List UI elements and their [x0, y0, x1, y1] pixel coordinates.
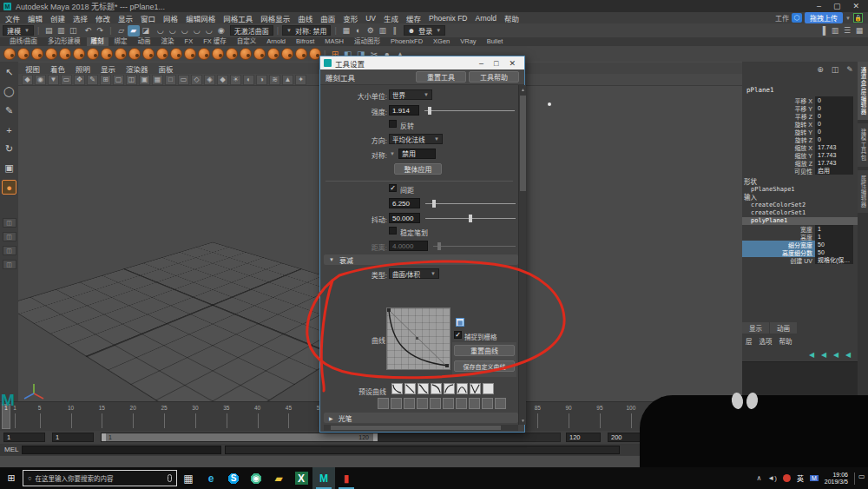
jitter-slider-handle[interactable]: [469, 215, 472, 222]
channel-value[interactable]: 0: [815, 112, 853, 120]
select-object-icon[interactable]: ▰: [128, 25, 140, 36]
shelf-tab-动画[interactable]: 动画: [134, 37, 155, 46]
flood-button[interactable]: 整体应用: [394, 163, 442, 175]
snap-view-plane-icon[interactable]: ◡: [203, 25, 215, 36]
taskbar-search-box[interactable]: ○ 在这里输入你要搜索的内容: [23, 470, 177, 486]
steady-stroke-checkbox[interactable]: [389, 227, 397, 235]
hypershade-layout-icon[interactable]: ◫: [3, 260, 16, 269]
snap-curve-icon[interactable]: ◡: [167, 25, 179, 36]
shelf-brush-icon[interactable]: [184, 48, 196, 60]
shelf-tab-雕刻[interactable]: 雕刻: [87, 37, 108, 46]
modeling-toolkit-icon[interactable]: ▐: [817, 25, 829, 36]
menubar-item-显示[interactable]: 显示: [118, 13, 133, 23]
tool-settings-icon[interactable]: ☰: [841, 25, 853, 36]
shelf-brush-icon[interactable]: [156, 48, 168, 60]
channel-value[interactable]: 规格化(保…: [815, 256, 853, 264]
spacing-slider-handle[interactable]: [432, 200, 436, 208]
custom-curve-slot[interactable]: [404, 398, 415, 409]
persp-outliner-layout-icon[interactable]: ◫: [3, 246, 16, 255]
shelf-tab-自定义[interactable]: 自定义: [233, 37, 261, 46]
dialog-close-button[interactable]: ✕: [509, 59, 516, 68]
dialog-maximize-button[interactable]: □: [494, 59, 498, 68]
menubar-item-修改[interactable]: 修改: [95, 13, 110, 23]
shelf-brush-icon[interactable]: [142, 48, 155, 60]
shelf-brush-icon[interactable]: [3, 48, 16, 60]
menubar-item-网格显示[interactable]: 网格显示: [260, 13, 290, 23]
symmetry-field[interactable]: 禁用: [398, 149, 436, 159]
shelf-brush-icon[interactable]: [101, 48, 113, 60]
layer-solo-icon[interactable]: ◀: [807, 349, 816, 360]
field-chart-icon[interactable]: ▦: [152, 75, 163, 85]
channel-box-object-name[interactable]: pPlane1: [746, 86, 774, 94]
shelf-brush-icon[interactable]: [198, 48, 210, 60]
shelf-tab-FX[interactable]: FX: [181, 37, 198, 46]
channel-value[interactable]: 0: [815, 120, 853, 128]
shelf-tab-Bullet[interactable]: Bullet: [483, 37, 508, 46]
preset-curve-button[interactable]: [418, 383, 429, 394]
layer-tab-显示[interactable]: 显示: [742, 322, 769, 334]
anti-alias-icon[interactable]: ▲: [282, 75, 293, 85]
spacing-slider[interactable]: [425, 203, 516, 204]
shelf-tab-渲染[interactable]: 渲染: [157, 37, 179, 46]
edit-icon[interactable]: ✎: [844, 63, 856, 75]
channel-value[interactable]: 0: [815, 135, 853, 143]
command-input[interactable]: [22, 446, 221, 454]
shelf-brush-icon[interactable]: [45, 48, 57, 60]
side-tab[interactable]: 通道盒/层编辑器: [858, 62, 868, 120]
preset-curve-button[interactable]: [457, 383, 468, 394]
shelf-tab-VRay[interactable]: VRay: [456, 37, 480, 46]
strength-field[interactable]: 1.914: [389, 105, 419, 116]
camera-icon[interactable]: ◉: [35, 75, 46, 85]
rotate-tool-icon[interactable]: ↻: [2, 142, 16, 156]
channel-value[interactable]: 17.743: [815, 143, 853, 151]
pause-icon[interactable]: ∥: [389, 25, 401, 36]
menubar-item-变形[interactable]: 变形: [343, 13, 358, 23]
display-icon[interactable]: ◫: [829, 63, 841, 75]
workspace-icon[interactable]: ⬡: [792, 13, 802, 23]
lasso-tool-icon[interactable]: ◯: [2, 84, 16, 99]
tool-help-button[interactable]: 工具帮助: [469, 71, 519, 83]
ime-indicator[interactable]: 英: [797, 473, 804, 483]
range-end-handle[interactable]: [373, 433, 378, 441]
custom-curve-slot[interactable]: [495, 398, 506, 409]
task-view-icon[interactable]: ▦: [177, 467, 200, 489]
shelf-brush-icon[interactable]: [295, 48, 307, 60]
channel-value[interactable]: 50: [815, 241, 853, 248]
custom-curve-slot[interactable]: [378, 398, 389, 409]
falloff-section-header[interactable]: ▼ 衰减: [324, 254, 518, 265]
channel-value[interactable]: 50: [815, 248, 853, 256]
channel-value[interactable]: 启用: [815, 167, 853, 175]
falloff-type-dropdown[interactable]: 曲面/体积▼: [389, 268, 439, 279]
snap-point-icon[interactable]: ◡: [179, 25, 191, 36]
shelf-brush-icon[interactable]: [73, 48, 85, 60]
wireframe-icon[interactable]: ◇: [191, 75, 202, 85]
shelf-tab-PhoenixFD[interactable]: PhoenixFD: [386, 37, 427, 46]
menubar-item-曲面[interactable]: 曲面: [320, 13, 335, 23]
media-app-icon[interactable]: ▮: [335, 467, 358, 489]
snap-projected-center-icon[interactable]: ◡: [191, 25, 203, 36]
maya-icon[interactable]: M: [312, 467, 335, 489]
exposure-icon[interactable]: ✦: [295, 75, 306, 85]
viewport-menu-视图[interactable]: 视图: [25, 63, 40, 74]
menubar-item-缓存[interactable]: 缓存: [406, 13, 421, 23]
window-minimize-button[interactable]: –: [817, 2, 821, 10]
strength-slider-handle[interactable]: [428, 107, 431, 115]
size-unit-dropdown[interactable]: 世界▼: [389, 89, 432, 100]
history-node[interactable]: createColorSet1: [742, 209, 858, 217]
range-slider-bar[interactable]: 1 120: [102, 433, 378, 441]
range-start-handle[interactable]: [102, 433, 106, 441]
new-scene-icon[interactable]: ▤: [43, 25, 55, 36]
shelf-brush-icon[interactable]: [253, 48, 266, 60]
invert-checkbox[interactable]: [389, 120, 397, 128]
history-node[interactable]: createColorSet2: [742, 202, 858, 209]
menubar-item-编辑[interactable]: 编辑: [28, 13, 43, 23]
scroll-down-icon[interactable]: ▼: [519, 418, 527, 423]
channel-value[interactable]: 1: [815, 225, 853, 233]
custom-curve-slot[interactable]: [482, 398, 493, 409]
ipr-render-icon[interactable]: ◐: [352, 25, 365, 36]
layer-up-icon[interactable]: ◀: [832, 349, 840, 360]
side-tab[interactable]: 建模工具包: [858, 123, 868, 167]
image-plane-icon[interactable]: ▭: [61, 75, 72, 85]
select-hierarchy-icon[interactable]: ▱: [115, 25, 128, 36]
scale-tool-icon[interactable]: ▣: [2, 161, 16, 175]
